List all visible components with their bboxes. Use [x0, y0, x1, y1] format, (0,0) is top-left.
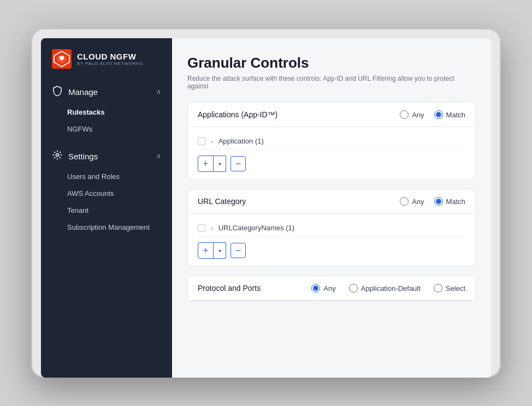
sidebar-item-tenant[interactable]: Tenant [41, 202, 172, 219]
protocol-appdefault-radio[interactable] [349, 284, 358, 292]
applications-item-checkbox[interactable] [198, 138, 205, 145]
cloud-ngfw-logo-icon [52, 49, 72, 69]
aws-accounts-label: AWS Accounts [67, 189, 114, 198]
protocol-ports-title: Protocol and Ports [198, 284, 261, 292]
applications-item-name: Application (1) [218, 137, 264, 145]
url-remove-button[interactable]: − [230, 243, 246, 258]
logo-subtitle: BY PALO ALTO NETWORKS [77, 61, 143, 66]
sidebar-nav-settings[interactable]: Settings ∧ [41, 144, 172, 168]
sidebar-item-subscription[interactable]: Subscription Management [41, 219, 172, 236]
url-item-chevron-icon: › [211, 225, 213, 231]
url-match-label: Match [446, 198, 465, 206]
applications-add-button[interactable]: + ▾ [198, 156, 226, 172]
applications-any-option[interactable]: Any [400, 110, 424, 119]
protocol-appdefault-label: Application-Default [361, 284, 421, 292]
sidebar-item-users-roles[interactable]: Users and Roles [41, 168, 172, 185]
page-title: Granular Controls [187, 55, 476, 71]
gear-icon [52, 150, 63, 163]
url-category-card: URL Category Any Match [187, 189, 476, 267]
applications-card: Applications (App-ID™) Any Match [187, 102, 476, 180]
sidebar-nav-manage[interactable]: Manage ∧ [41, 80, 172, 104]
tenant-label: Tenant [67, 206, 88, 214]
applications-any-label: Any [412, 111, 424, 119]
url-any-option[interactable]: Any [400, 197, 424, 206]
protocol-select-radio[interactable] [434, 284, 442, 292]
svg-point-3 [56, 154, 59, 157]
sidebar: CLOUD NGFW BY PALO ALTO NETWORKS Manage [41, 38, 172, 378]
manage-label: Manage [68, 87, 98, 97]
sidebar-item-aws-accounts[interactable]: AWS Accounts [41, 185, 172, 202]
protocol-any-label: Any [323, 284, 335, 292]
applications-chevron-down-icon[interactable]: ▾ [214, 156, 226, 171]
applications-match-option[interactable]: Match [434, 110, 465, 119]
protocol-select-label: Select [446, 284, 465, 292]
laptop-screen: CLOUD NGFW BY PALO ALTO NETWORKS Manage [41, 38, 491, 378]
sidebar-logo: CLOUD NGFW BY PALO ALTO NETWORKS [41, 38, 172, 76]
main-content: Granular Controls Reduce the attack surf… [172, 38, 491, 378]
applications-title: Applications (App-ID™) [198, 110, 277, 119]
protocol-ports-card-header: Protocol and Ports Any Application-Defau… [188, 276, 475, 301]
shield-icon [52, 85, 63, 98]
subscription-label: Subscription Management [67, 223, 150, 231]
table-row: › Application (1) [198, 133, 465, 150]
url-match-radio[interactable] [434, 197, 443, 206]
applications-action-buttons: + ▾ − [198, 156, 465, 172]
sidebar-nav-manage-inner: Manage [52, 85, 98, 98]
sidebar-nav-settings-inner: Settings [52, 150, 98, 163]
manage-chevron-icon: ∧ [156, 88, 161, 95]
protocol-appdefault-option[interactable]: Application-Default [349, 284, 421, 292]
applications-remove-button[interactable]: − [230, 156, 246, 171]
applications-plus-icon[interactable]: + [198, 156, 214, 171]
sidebar-section-settings: Settings ∧ Users and Roles AWS Accounts … [41, 141, 172, 239]
protocol-any-option[interactable]: Any [311, 284, 335, 292]
url-match-option[interactable]: Match [434, 197, 465, 206]
applications-card-body: › Application (1) + ▾ − [188, 127, 475, 180]
sidebar-section-manage: Manage ∧ Rulestacks NGFWs [41, 76, 172, 141]
url-any-radio[interactable] [400, 197, 409, 206]
table-row: › URLCategoryNames (1) [198, 219, 465, 237]
protocol-select-option[interactable]: Select [434, 284, 465, 292]
url-category-card-body: › URLCategoryNames (1) + ▾ − [188, 214, 475, 266]
laptop-shell: CLOUD NGFW BY PALO ALTO NETWORKS Manage [31, 28, 501, 378]
applications-radio-group: Any Match [400, 110, 465, 119]
url-action-buttons: + ▾ − [198, 242, 465, 259]
applications-card-header: Applications (App-ID™) Any Match [188, 103, 475, 127]
url-item-name: URLCategoryNames (1) [218, 224, 294, 232]
applications-match-label: Match [446, 111, 465, 119]
url-plus-icon[interactable]: + [198, 243, 214, 258]
url-category-card-header: URL Category Any Match [188, 189, 475, 214]
settings-label: Settings [68, 152, 98, 161]
url-any-label: Any [412, 198, 424, 206]
page-subtitle: Reduce the attack surface with these con… [187, 75, 476, 90]
applications-match-radio[interactable] [434, 110, 443, 119]
url-item-checkbox[interactable] [198, 224, 205, 232]
rulestacks-label: Rulestacks [67, 108, 105, 116]
sidebar-item-rulestacks[interactable]: Rulestacks [41, 104, 172, 121]
url-add-button[interactable]: + ▾ [198, 242, 226, 259]
url-category-radio-group: Any Match [400, 197, 465, 206]
users-roles-label: Users and Roles [67, 172, 120, 181]
logo-title: CLOUD NGFW [77, 52, 143, 61]
url-category-title: URL Category [198, 197, 246, 206]
settings-chevron-icon: ∧ [156, 152, 161, 160]
url-chevron-down-icon[interactable]: ▾ [214, 243, 226, 258]
logo-text: CLOUD NGFW BY PALO ALTO NETWORKS [77, 52, 143, 66]
protocol-ports-radio-group: Any Application-Default Select [311, 284, 465, 292]
protocol-ports-card: Protocol and Ports Any Application-Defau… [187, 276, 476, 301]
ngfws-label: NGFWs [67, 125, 92, 133]
sidebar-item-ngfws[interactable]: NGFWs [41, 121, 172, 138]
applications-any-radio[interactable] [400, 110, 409, 119]
protocol-any-radio[interactable] [311, 284, 320, 292]
applications-item-chevron-icon: › [211, 138, 213, 145]
